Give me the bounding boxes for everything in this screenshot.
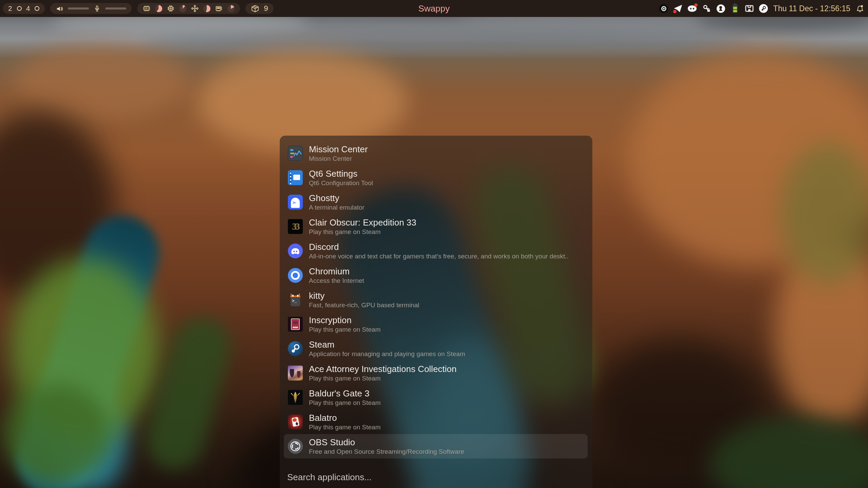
ghostty-icon: >- [288,195,303,210]
battery-tray-icon[interactable] [731,4,740,13]
workspace-2[interactable]: 2 [8,4,13,13]
telegram-tray-icon[interactable] [673,4,683,13]
volume-slider[interactable] [68,7,89,9]
search-input[interactable] [287,472,525,483]
launcher-item[interactable]: 33 Clair Obscur: Expedition 33 Play this… [284,214,588,239]
app-name: Steam [309,339,465,350]
launcher-item[interactable]: Discord All-in-one voice and text chat f… [284,239,588,263]
steelseries-tray-icon[interactable] [659,4,668,13]
ace-attorney-icon [288,366,303,380]
app-description: A terminal emulator [309,203,365,212]
microphone-icon[interactable] [93,5,101,12]
app-description: Application for managing and playing gam… [309,350,465,358]
gpu-usage-pie [203,5,210,12]
app-name: kitty [309,291,419,301]
discord-tray-icon[interactable] [688,4,697,13]
app-description: Free and Open Source Streaming/Recording… [309,448,464,456]
ram-icon [143,4,151,13]
workspace-circle-icon[interactable] [17,6,22,11]
wallpaper-shape [14,44,190,119]
launcher-item[interactable]: OBS Studio Free and Open Source Streamin… [284,434,588,458]
openrgb-tray-icon[interactable] [716,4,725,13]
launcher-item[interactable]: Steam Application for managing and playi… [284,336,588,361]
steam-icon [288,341,303,356]
top-bar: 2 4 [0,0,868,17]
system-stats-widget[interactable] [137,3,240,14]
inscryption-icon [288,317,303,332]
mission-center-icon [288,146,303,161]
app-name: Chromium [309,266,364,276]
launcher-item[interactable]: Ace Attorney Investigations Collection P… [284,361,588,385]
wallpaper-shape [3,383,112,485]
clock[interactable]: Thu 11 Dec - 12:56:15 [773,4,850,13]
app-name: OBS Studio [309,437,464,447]
app-name: Baldur's Gate 3 [309,388,381,398]
launcher-item[interactable]: Inscryption Play this game on Steam [284,312,588,336]
workspace-circle-icon[interactable] [35,6,39,11]
vram-icon [215,4,223,13]
app-description: Play this game on Steam [309,326,381,334]
vram-usage-pie [227,5,235,12]
qt6-settings-icon [288,170,303,185]
launcher-item[interactable]: Qt6 Settings Qt6 Configuration Tool [284,165,588,190]
top-bar-right: Thu 11 Dec - 12:56:15 [659,0,865,17]
app-name: Balatro [309,413,381,423]
keepassxc-tray-icon[interactable] [702,4,711,13]
launcher-item[interactable]: Baldur's Gate 3 Play this game on Steam [284,385,588,410]
app-name: Ghostty [309,193,365,203]
top-bar-left: 2 4 [0,3,274,14]
network-tray-icon[interactable] [745,4,754,13]
app-description: All-in-one voice and text chat for gamer… [309,252,569,260]
app-description: Play this game on Steam [309,423,381,431]
balatro-icon [288,414,303,429]
clair-obscur-icon: 33 [288,219,303,234]
steam-tray-icon[interactable] [759,4,768,13]
app-name: Mission Center [309,144,368,154]
app-name: Qt6 Settings [309,169,373,179]
chromium-icon [288,268,303,283]
launcher-item[interactable]: >_ kitty Fast, feature-rich, GPU based t… [284,288,588,312]
launcher-item[interactable]: Balatro Play this game on Steam [284,410,588,434]
app-description: Mission Center [309,155,368,163]
app-description: Play this game on Steam [309,399,381,407]
obs-studio-icon [288,439,303,454]
cpu-icon [167,4,175,13]
gpu-icon [191,4,199,13]
notification-bell-icon[interactable] [855,4,865,13]
launcher-item[interactable]: Mission Center Mission Center [284,141,588,165]
microphone-slider[interactable] [105,7,126,9]
app-name: Discord [309,242,569,252]
app-description: Qt6 Configuration Tool [309,179,373,187]
audio-widget[interactable] [50,3,132,14]
app-name: Ace Attorney Investigations Collection [309,364,457,374]
package-icon [251,4,259,13]
app-description: Fast, feature-rich, GPU based terminal [309,301,419,309]
kitty-icon: >_ [288,292,303,307]
app-description: Play this game on Steam [309,374,457,383]
discord-icon [288,243,303,258]
speaker-icon[interactable] [56,5,63,13]
app-name: Clair Obscur: Expedition 33 [309,217,416,228]
baldurs-gate-3-icon [288,390,303,405]
application-launcher: Mission Center Mission Center Qt6 Settin… [280,136,592,488]
updates-widget[interactable]: 9 [245,3,273,14]
app-description: Access the Internet [309,277,364,285]
workspaces-widget[interactable]: 2 4 [3,3,45,14]
app-name: Inscryption [309,315,381,325]
workspace-4[interactable]: 4 [26,4,31,13]
launcher-item[interactable]: Chromium Access the Internet [284,263,588,288]
wallpaper-shape [143,32,754,53]
updates-count: 9 [264,4,268,13]
cpu-usage-pie [179,5,186,12]
app-description: Play this game on Steam [309,228,416,236]
launcher-item[interactable]: >- Ghostty A terminal emulator [284,190,588,214]
ram-usage-pie [155,5,162,12]
